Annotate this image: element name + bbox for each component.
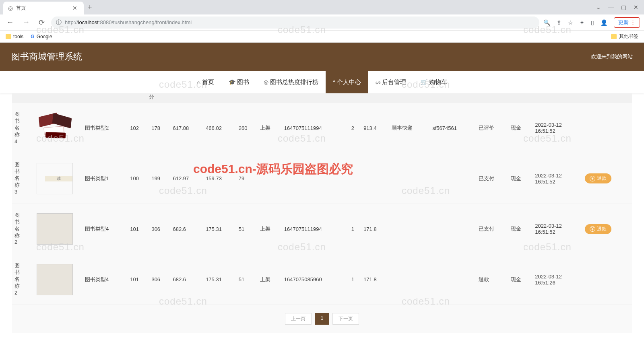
shelf-status: 上架 xyxy=(258,204,282,254)
table-row: 图书名称2 图书类型4 101 306 682.6 175.31 51 上架 1… xyxy=(12,204,632,254)
close-tab-icon[interactable]: ✕ xyxy=(71,5,79,11)
nav-admin[interactable]: ᔕ后台管理 xyxy=(368,71,413,93)
page-1-button[interactable]: 1 xyxy=(315,313,330,325)
quantity: 2 xyxy=(349,103,361,153)
nav-ranking[interactable]: ◎图书总热度排行榜 xyxy=(256,71,326,93)
order-code: 1647075085960 xyxy=(282,254,349,305)
book-type: 图书类型1 xyxy=(83,153,128,204)
browser-chrome: ◎ 首页 ✕ + ⌄ — ▢ ✕ ← → ⟳ ⓘ http://localhos… xyxy=(0,0,644,43)
col-v2: 178 xyxy=(149,103,170,153)
col-v3: 51 xyxy=(236,204,258,254)
shipping: 顺丰快递 xyxy=(389,103,430,153)
nav-cart[interactable]: 🛒购物车 xyxy=(413,71,454,93)
order-time: 2022-03-1216:51:52 xyxy=(533,153,582,204)
bookmark-google[interactable]: GGoogle xyxy=(31,34,52,39)
bookmark-label: 其他书签 xyxy=(619,33,638,40)
shelf-status: 上架 xyxy=(258,103,282,153)
order-code xyxy=(282,153,349,204)
bookmark-tools[interactable]: tools xyxy=(6,34,23,39)
refund-button[interactable]: ¥退款 xyxy=(585,173,611,183)
shelf-status: 上架 xyxy=(258,254,282,305)
shipping xyxy=(389,153,430,204)
url-host: localhost xyxy=(78,19,99,25)
welcome-text: 欢迎来到我的网站 xyxy=(591,53,633,60)
table-row: 图书名称2 图书类型4 101 306 682.6 175.31 51 上架 1… xyxy=(12,254,632,305)
price-1: 612.97 xyxy=(171,153,204,204)
book-thumbnail xyxy=(34,254,83,305)
content-area: 分 图书名称4 图书类型2 102 178 617.08 466.02 260 … xyxy=(0,93,644,345)
pay-status: 已支付 xyxy=(476,153,508,204)
bookmarks-bar: tools GGoogle 其他书签 xyxy=(0,31,644,43)
minimize-icon[interactable]: — xyxy=(608,4,614,10)
address-bar-row: ← → ⟳ ⓘ http://localhost:8080/tushushang… xyxy=(0,14,644,31)
col-v1: 101 xyxy=(128,254,149,305)
tracking-no xyxy=(430,153,476,204)
pay-status: 已支付 xyxy=(476,204,508,254)
maximize-icon[interactable]: ▢ xyxy=(621,4,626,10)
nav-books[interactable]: 🎓图书 xyxy=(221,71,256,93)
toolbar-icons: 🔍 ⇪ ☆ ✦ ▯ 👤 更新 ⋮ xyxy=(543,17,640,28)
other-bookmarks[interactable]: 其他书签 xyxy=(611,33,638,40)
pay-status: 已评价 xyxy=(476,103,508,153)
back-icon[interactable]: ← xyxy=(4,16,16,28)
forward-icon[interactable]: → xyxy=(20,16,32,28)
share-icon[interactable]: ⇪ xyxy=(557,19,561,26)
quantity: 1 xyxy=(349,204,361,254)
nav-personal[interactable]: ᴬ个人中心 xyxy=(326,71,368,93)
pay-method: 现金 xyxy=(508,204,533,254)
prev-page-button[interactable]: 上一页 xyxy=(285,313,312,325)
bookmark-label: Google xyxy=(37,34,52,39)
price-1: 682.6 xyxy=(171,254,204,305)
site-info-icon[interactable]: ⓘ xyxy=(56,19,62,26)
order-code: 1647075111994 xyxy=(282,204,349,254)
price-2: 175.31 xyxy=(203,254,236,305)
price-1: 617.08 xyxy=(171,103,204,153)
total xyxy=(361,153,389,204)
pay-method: 现金 xyxy=(508,254,533,305)
nav-home[interactable]: ⌂首页 xyxy=(190,71,221,93)
puzzle-icon[interactable]: ✦ xyxy=(580,19,584,26)
action-cell: ¥退款 xyxy=(582,204,632,254)
yen-icon: ¥ xyxy=(590,226,595,232)
browser-tab[interactable]: ◎ 首页 ✕ xyxy=(3,2,84,14)
book-name: 图书名称3 xyxy=(12,153,34,204)
quantity xyxy=(349,153,361,204)
tracking-no xyxy=(430,204,476,254)
book-name: 图书名称2 xyxy=(12,254,34,305)
new-tab-button[interactable]: + xyxy=(84,1,96,14)
google-icon: G xyxy=(31,34,34,39)
price-2: 159.73 xyxy=(203,153,236,204)
update-button[interactable]: 更新 ⋮ xyxy=(614,17,640,28)
refund-button[interactable]: ¥退款 xyxy=(585,224,611,234)
user-icon: ᴬ xyxy=(333,79,335,85)
url-scheme: http:// xyxy=(65,19,78,25)
order-time: 2022-03-1216:51:52 xyxy=(533,103,582,153)
col-v1: 102 xyxy=(128,103,149,153)
total: 171.8 xyxy=(361,254,389,305)
action-cell xyxy=(582,254,632,305)
pay-method: 现金 xyxy=(508,153,533,204)
filter-fragment: 分 xyxy=(149,94,154,100)
shipping xyxy=(389,204,430,254)
close-window-icon[interactable]: ✕ xyxy=(634,4,638,10)
nav-label: 图书总热度排行榜 xyxy=(270,78,318,86)
nav-bar: ⌂首页 🎓图书 ◎图书总热度排行榜 ᴬ个人中心 ᔕ后台管理 🛒购物车 xyxy=(0,71,644,93)
book-thumbnail xyxy=(34,103,83,153)
home-icon: ⌂ xyxy=(197,79,200,85)
price-2: 175.31 xyxy=(203,204,236,254)
update-label: 更新 xyxy=(618,19,629,26)
col-v3: 79 xyxy=(236,153,258,204)
reload-icon[interactable]: ⟳ xyxy=(36,16,47,29)
side-panel-icon[interactable]: ▯ xyxy=(591,19,594,26)
table-row: 图书名称4 图书类型2 102 178 617.08 466.02 260 上架… xyxy=(12,103,632,153)
folder-icon xyxy=(611,34,617,39)
profile-icon[interactable]: 👤 xyxy=(601,19,607,26)
star-icon[interactable]: ☆ xyxy=(568,19,573,26)
book-icon: 🎓 xyxy=(229,79,235,85)
book-thumbnail xyxy=(34,204,83,254)
chevron-down-icon[interactable]: ⌄ xyxy=(596,4,601,10)
globe-icon: ◎ xyxy=(8,5,13,11)
search-icon[interactable]: 🔍 xyxy=(543,19,550,26)
next-page-button[interactable]: 下一页 xyxy=(332,313,359,325)
url-bar[interactable]: ⓘ http://localhost:8080/tushushangcheng/… xyxy=(51,16,539,29)
